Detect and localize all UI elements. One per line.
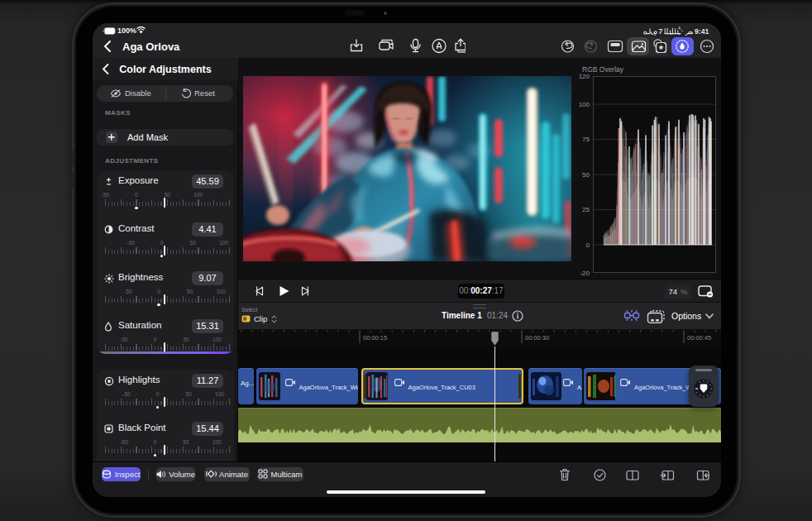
svg-text:7: 7 — [659, 27, 663, 36]
svg-text:9:41: 9:41 — [695, 27, 709, 36]
